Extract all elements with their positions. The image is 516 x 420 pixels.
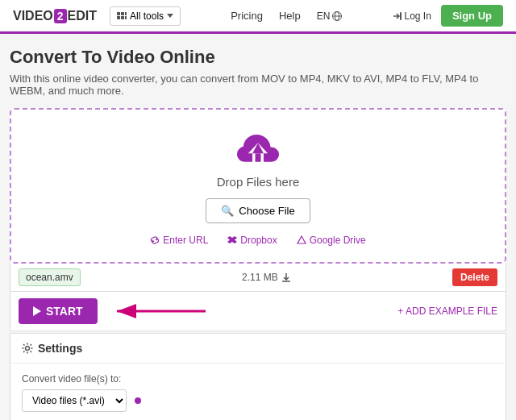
svg-rect-1 [121,12,124,15]
upload-cloud-icon [237,134,279,168]
lang-selector[interactable]: EN [317,10,343,22]
svg-marker-15 [33,306,41,316]
file-size-value: 2.11 MB [242,272,278,283]
drop-text: Drop Files here [217,175,300,189]
enter-url-label: Enter URL [163,235,208,246]
logo-text-edit: EDIT [68,9,97,23]
svg-marker-13 [298,236,306,243]
lang-label: EN [317,10,331,22]
choose-file-label: Choose File [239,205,294,217]
login-button[interactable]: Log In [393,10,431,22]
login-icon [393,11,402,21]
start-button[interactable]: START [19,298,98,324]
add-example-link[interactable]: + ADD EXAMPLE FILE [397,306,497,317]
file-name: ocean.amv [19,268,81,286]
nav-center: Pricing Help EN [231,10,342,22]
settings-section: Settings Convert video file(s) to: Video… [10,333,506,420]
chevron-down-icon [167,14,173,18]
settings-body: Convert video file(s) to: Video files (*… [10,364,506,420]
start-row: START + ADD EXAMPLE FILE [10,292,506,331]
delete-label: Delete [460,272,489,283]
play-icon [33,306,41,316]
format-row: Video files (*.avi) MP4 MKV MOV FLV WEBM [22,389,494,412]
grid-icon [117,12,127,20]
google-drive-icon [297,235,306,245]
search-icon: 🔍 [221,205,234,217]
file-size: 2.11 MB [242,272,291,283]
start-label: START [46,305,83,318]
upload-options: Enter URL Dropbox Google Drive [150,235,365,246]
page-title: Convert To Video Online [10,47,506,68]
logo: VIDEO 2 EDIT [13,9,97,23]
svg-marker-12 [227,236,237,243]
format-select[interactable]: Video files (*.avi) MP4 MKV MOV FLV WEBM [22,389,127,412]
google-drive-link[interactable]: Google Drive [297,235,366,246]
dropbox-icon [227,235,237,245]
format-dot-indicator [135,397,141,404]
signup-button[interactable]: Sign Up [441,5,503,27]
svg-rect-3 [117,16,120,19]
nav-right: Log In Sign Up [393,5,503,27]
login-label: Log In [405,10,431,22]
choose-file-button[interactable]: 🔍 Choose File [206,198,310,223]
download-icon [281,272,291,282]
main-content: Convert To Video Online With this online… [0,34,516,420]
delete-button[interactable]: Delete [452,268,497,286]
file-row: ocean.amv 2.11 MB Delete [10,264,506,292]
svg-point-17 [26,347,30,351]
convert-label: Convert video file(s) to: [22,373,494,385]
settings-header[interactable]: Settings [10,334,506,364]
enter-url-link[interactable]: Enter URL [150,235,208,246]
settings-gear-icon [22,343,33,354]
header: VIDEO 2 EDIT All tools Pricing Help EN [0,0,516,34]
dropbox-label: Dropbox [240,235,277,246]
svg-rect-2 [125,12,127,15]
all-tools-button[interactable]: All tools [110,6,181,26]
link-icon [150,235,160,245]
page-description: With this online video converter, you ca… [10,73,506,97]
google-drive-label: Google Drive [310,235,366,246]
svg-rect-9 [400,12,402,20]
svg-rect-0 [117,12,120,15]
globe-icon [332,11,342,21]
logo-text-video: VIDEO [13,9,53,23]
logo-2-badge: 2 [54,9,67,23]
dropzone[interactable]: Drop Files here 🔍 Choose File Enter URL … [10,108,506,264]
signup-label: Sign Up [452,10,492,22]
help-link[interactable]: Help [279,10,301,22]
arrow-indicator [109,299,206,323]
svg-rect-4 [121,16,124,19]
pricing-link[interactable]: Pricing [231,10,263,22]
svg-rect-10 [256,153,261,161]
dropbox-link[interactable]: Dropbox [227,235,277,246]
settings-title: Settings [38,342,82,355]
svg-rect-5 [125,16,127,19]
all-tools-label: All tools [130,10,164,22]
